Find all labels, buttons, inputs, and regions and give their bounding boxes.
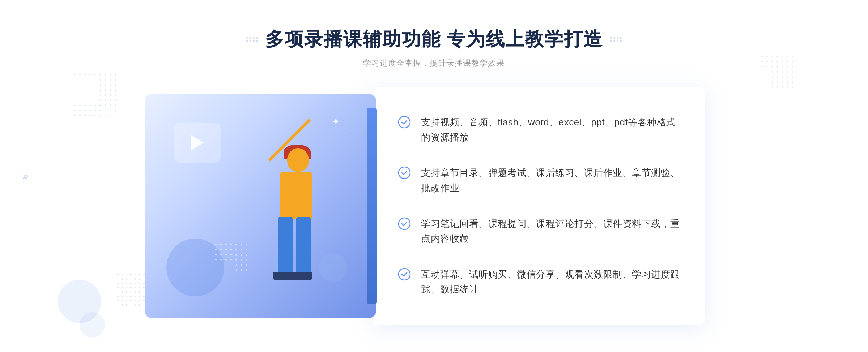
- svg-point-0: [399, 116, 410, 128]
- feature-text-2: 支持章节目录、弹题考试、课后练习、课后作业、章节测验、批改作业: [421, 166, 680, 196]
- svg-point-2: [399, 218, 410, 229]
- dots-decoration-bottom: [116, 272, 145, 309]
- person-leg-left: [278, 217, 293, 275]
- illustration-card: ✦ ·: [145, 94, 376, 318]
- title-section: 多项录播课辅助功能 专为线上教学打造 学习进度全掌握，提升录播课教学效果: [246, 27, 622, 69]
- dots-decoration-right: [760, 54, 796, 90]
- blue-stripe-decoration: [367, 108, 377, 304]
- main-title: 多项录播课辅助功能 专为线上教学打造: [265, 27, 603, 52]
- person-shoe-right: [291, 272, 312, 280]
- sub-title: 学习进度全掌握，提升录播课教学效果: [246, 58, 622, 69]
- feature-text-1: 支持视频、音频、flash、word、excel、ppt、pdf等各种格式的资源…: [421, 115, 680, 145]
- page-container: » 多项录播课辅助功能 专为线上教学打造: [0, 0, 868, 352]
- check-circle-icon-2: [398, 166, 411, 179]
- person-leg-right: [296, 217, 311, 275]
- sparkle-small-icon: ·: [346, 130, 347, 137]
- check-circle-icon-3: [398, 217, 411, 230]
- title-dots-right: [610, 37, 622, 42]
- chevron-arrow-icon: »: [22, 171, 28, 181]
- features-panel: 支持视频、音频、flash、word、excel、ppt、pdf等各种格式的资源…: [373, 87, 705, 325]
- dots-decoration-left: [72, 72, 116, 116]
- play-bubble: [174, 123, 221, 163]
- svg-point-3: [399, 269, 410, 280]
- play-icon: [191, 135, 204, 151]
- feature-text-3: 学习笔记回看、课程提问、课程评论打分、课件资料下载，重点内容收藏: [421, 216, 680, 246]
- svg-point-1: [399, 167, 410, 179]
- sparkle-icon: ✦: [332, 116, 340, 128]
- feature-item-2: 支持章节目录、弹题考试、课后练习、课后作业、章节测验、批改作业: [398, 155, 680, 206]
- person-head: [287, 148, 309, 172]
- check-circle-icon-4: [398, 268, 411, 281]
- feature-text-4: 互动弹幕、试听购买、微信分享、观看次数限制、学习进度跟踪、数据统计: [421, 267, 680, 297]
- page-circle-2: [80, 312, 105, 338]
- title-decorators: 多项录播课辅助功能 专为线上教学打造: [246, 27, 622, 52]
- feature-item-1: 支持视频、音频、flash、word、excel、ppt、pdf等各种格式的资源…: [398, 105, 680, 155]
- check-circle-icon-1: [398, 116, 411, 129]
- person-figure: [240, 137, 341, 318]
- person-body: [280, 172, 312, 219]
- content-area: ✦ ·: [145, 87, 723, 325]
- title-dots-left: [246, 37, 258, 42]
- feature-item-3: 学习笔记回看、课程提问、课程评论打分、课件资料下载，重点内容收藏: [398, 206, 680, 257]
- feature-item-4: 互动弹幕、试听购买、微信分享、观看次数限制、学习进度跟踪、数据统计: [398, 257, 680, 307]
- left-arrows-decoration: »: [22, 171, 28, 181]
